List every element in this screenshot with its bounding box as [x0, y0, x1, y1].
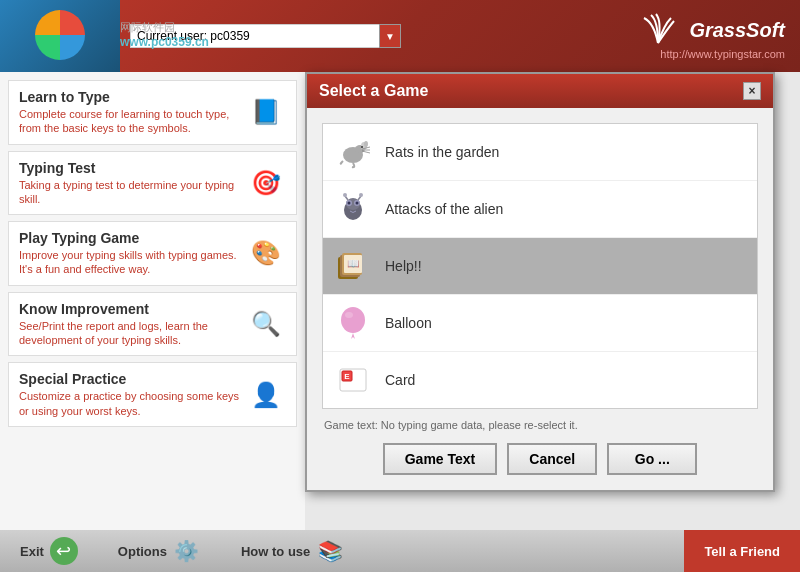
- help-label: Help!!: [385, 258, 422, 274]
- modal-title: Select a Game: [319, 82, 428, 100]
- sidebar-improve-title: Know Improvement: [19, 301, 246, 317]
- exit-label: Exit: [20, 544, 44, 559]
- svg-point-12: [348, 202, 351, 205]
- svg-text:E: E: [344, 372, 350, 381]
- sidebar-practice-desc: Customize a practice by choosing some ke…: [19, 389, 246, 418]
- sidebar-game-desc: Improve your typing skills with typing g…: [19, 248, 246, 277]
- options-label: Options: [118, 544, 167, 559]
- improve-icon: 🔍: [246, 304, 286, 344]
- go-button[interactable]: Go ...: [607, 443, 697, 475]
- sidebar: Learn to Type Complete course for learni…: [0, 72, 305, 530]
- logo-area: [0, 0, 120, 72]
- sidebar-test-title: Typing Test: [19, 160, 246, 176]
- svg-point-16: [343, 193, 347, 197]
- header-right: GrassSoft http://www.typingstar.com: [636, 13, 790, 60]
- game-item-alien[interactable]: Attacks of the alien: [323, 181, 757, 238]
- rats-icon: [333, 132, 373, 172]
- game-item-card[interactable]: E Card: [323, 352, 757, 408]
- sidebar-learn-desc: Complete course for learning to touch ty…: [19, 107, 246, 136]
- header: 网际软件园 www.pc0359.cn Current user: pc0359…: [0, 0, 800, 72]
- exit-item[interactable]: Exit ↩: [20, 537, 78, 565]
- grasssoft-icon: [636, 13, 681, 48]
- watermark: 网际软件园 www.pc0359.cn: [120, 20, 209, 49]
- test-icon: 🎯: [246, 163, 286, 203]
- brand-name: GrassSoft: [689, 19, 785, 42]
- card-label: Card: [385, 372, 415, 388]
- svg-text:📖: 📖: [347, 257, 360, 270]
- card-icon: E: [333, 360, 373, 400]
- game-item-rats[interactable]: Rats in the garden: [323, 124, 757, 181]
- main-content: Select a Game ×: [305, 72, 800, 530]
- svg-point-17: [359, 193, 363, 197]
- alien-icon: [333, 189, 373, 229]
- sidebar-item-learn[interactable]: Learn to Type Complete course for learni…: [8, 80, 297, 145]
- modal-close-button[interactable]: ×: [743, 82, 761, 100]
- balloon-icon: [333, 303, 373, 343]
- watermark-cn: 网际软件园: [120, 20, 209, 35]
- rats-label: Rats in the garden: [385, 144, 499, 160]
- how-to-use-label: How to use: [241, 544, 310, 559]
- options-icon: ⚙️: [173, 537, 201, 565]
- game-item-balloon[interactable]: Balloon: [323, 295, 757, 352]
- dropdown-arrow-icon[interactable]: ▼: [379, 24, 401, 48]
- watermark-url: www.pc0359.cn: [120, 35, 209, 49]
- app-container: 网际软件园 www.pc0359.cn Current user: pc0359…: [0, 0, 800, 572]
- game-icon: 🎨: [246, 233, 286, 273]
- practice-icon: 👤: [246, 375, 286, 415]
- options-item[interactable]: Options ⚙️: [118, 537, 201, 565]
- select-game-modal: Select a Game ×: [305, 72, 775, 492]
- game-text-button[interactable]: Game Text: [383, 443, 498, 475]
- cancel-button[interactable]: Cancel: [507, 443, 597, 475]
- tell-friend-button[interactable]: Tell a Friend: [684, 530, 800, 572]
- sidebar-improve-desc: See/Print the report and logs, learn the…: [19, 319, 246, 348]
- sidebar-item-game[interactable]: Play Typing Game Improve your typing ski…: [8, 221, 297, 286]
- how-to-use-icon: 📚: [316, 537, 344, 565]
- sidebar-item-practice[interactable]: Special Practice Customize a practice by…: [8, 362, 297, 427]
- bottom-bar: Exit ↩ Options ⚙️ How to use 📚 Tell a Fr…: [0, 530, 800, 572]
- learn-icon: 📘: [246, 92, 286, 132]
- modal-header: Select a Game ×: [307, 74, 773, 108]
- website-url: http://www.typingstar.com: [660, 48, 785, 60]
- sidebar-item-test[interactable]: Typing Test Taking a typing test to dete…: [8, 151, 297, 216]
- svg-point-23: [341, 307, 365, 333]
- balloon-label: Balloon: [385, 315, 432, 331]
- modal-body: Rats in the garden: [307, 108, 773, 490]
- game-status-text: Game text: No typing game data, please r…: [322, 419, 758, 431]
- modal-buttons: Game Text Cancel Go ...: [322, 443, 758, 475]
- logo-icon: [35, 10, 85, 60]
- help-icon: 📖: [333, 246, 373, 286]
- exit-icon: ↩: [50, 537, 78, 565]
- header-left: 网际软件园 www.pc0359.cn Current user: pc0359…: [0, 0, 401, 72]
- svg-point-3: [364, 141, 368, 147]
- sidebar-learn-title: Learn to Type: [19, 89, 246, 105]
- game-item-help[interactable]: 📖 Help!!: [323, 238, 757, 295]
- svg-point-24: [345, 312, 353, 318]
- sidebar-test-desc: Taking a typing test to determine your t…: [19, 178, 246, 207]
- game-list: Rats in the garden: [322, 123, 758, 409]
- svg-point-4: [361, 146, 363, 148]
- svg-point-13: [356, 202, 359, 205]
- sidebar-game-title: Play Typing Game: [19, 230, 246, 246]
- grasssoft-logo: GrassSoft: [636, 13, 785, 48]
- sidebar-item-improve[interactable]: Know Improvement See/Print the report an…: [8, 292, 297, 357]
- how-to-use-item[interactable]: How to use 📚: [241, 537, 344, 565]
- alien-label: Attacks of the alien: [385, 201, 503, 217]
- sidebar-practice-title: Special Practice: [19, 371, 246, 387]
